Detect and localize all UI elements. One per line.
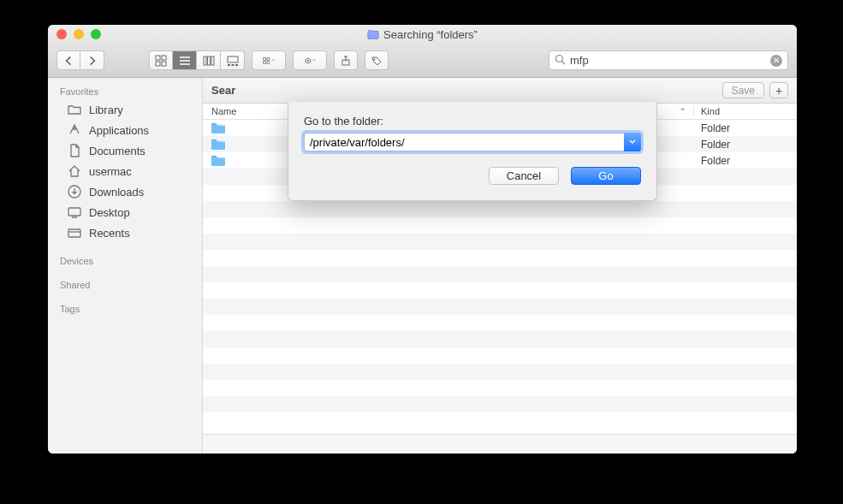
table-row xyxy=(203,201,797,217)
svg-rect-0 xyxy=(368,32,378,39)
svg-rect-14 xyxy=(231,64,234,66)
sidebar-item-downloads[interactable]: Downloads xyxy=(48,181,202,202)
svg-point-21 xyxy=(307,59,309,61)
view-list-button[interactable] xyxy=(173,50,197,70)
toolbar: ✕ xyxy=(48,44,797,78)
svg-rect-9 xyxy=(204,56,206,65)
save-search-button[interactable]: Save xyxy=(722,82,764,98)
sidebar-item-label: Downloads xyxy=(89,186,144,199)
downloads-icon xyxy=(67,184,82,199)
go-to-folder-sheet: Go to the folder: Cancel Go xyxy=(288,102,657,201)
sidebar-item-label: Library xyxy=(89,104,123,116)
svg-rect-5 xyxy=(162,62,166,66)
table-row xyxy=(203,331,797,347)
arrange-group xyxy=(252,50,286,70)
sidebar-item-label: Desktop xyxy=(89,206,130,219)
svg-rect-15 xyxy=(235,64,238,66)
finder-window: Searching “folders” xyxy=(48,25,797,454)
forward-button[interactable] xyxy=(80,50,104,70)
search-input[interactable] xyxy=(570,54,766,67)
svg-point-24 xyxy=(556,55,563,62)
svg-rect-29 xyxy=(68,229,80,237)
share-button[interactable] xyxy=(334,50,358,70)
share-group xyxy=(334,50,358,70)
svg-rect-13 xyxy=(228,64,230,66)
cancel-button[interactable]: Cancel xyxy=(489,167,559,185)
sidebar-item-documents[interactable]: Documents xyxy=(48,140,202,161)
sidebar-item-recents[interactable]: Recents xyxy=(48,222,202,243)
dropdown-button[interactable] xyxy=(624,133,641,151)
sidebar-item-label: usermac xyxy=(89,165,132,178)
table-row xyxy=(203,250,797,266)
go-button[interactable]: Go xyxy=(571,167,641,185)
action-button[interactable] xyxy=(293,50,327,70)
sidebar: Favorites Library Applications Documents… xyxy=(48,78,203,454)
sidebar-header-shared: Shared xyxy=(48,276,202,293)
path-input[interactable] xyxy=(304,133,624,151)
window-title: Searching “folders” xyxy=(48,28,797,41)
table-row xyxy=(203,266,797,282)
sidebar-item-usermac[interactable]: usermac xyxy=(48,161,202,181)
svg-rect-4 xyxy=(156,62,160,66)
sidebar-header-tags: Tags xyxy=(48,299,202,317)
tag-button[interactable] xyxy=(365,50,389,70)
sidebar-item-label: Documents xyxy=(89,145,145,157)
applications-icon xyxy=(67,122,82,138)
table-row xyxy=(203,364,797,380)
sidebar-item-desktop[interactable]: Desktop xyxy=(48,202,202,222)
path-combo xyxy=(304,133,641,151)
search-icon xyxy=(555,53,566,68)
sidebar-item-label: Recents xyxy=(89,227,130,240)
svg-rect-19 xyxy=(267,61,270,63)
traffic-lights xyxy=(48,29,101,39)
sidebar-item-library[interactable]: Library xyxy=(48,99,202,120)
sidebar-item-label: Applications xyxy=(89,124,149,137)
folder-icon xyxy=(67,102,82,117)
zoom-button[interactable] xyxy=(91,29,101,39)
sort-indicator-icon: ⌃ xyxy=(680,107,686,116)
action-group xyxy=(293,50,327,70)
svg-rect-27 xyxy=(68,208,80,216)
svg-point-23 xyxy=(374,58,376,60)
table-row xyxy=(203,299,797,315)
scope-prefix: Sear xyxy=(211,84,235,97)
svg-rect-1 xyxy=(368,30,372,33)
back-button[interactable] xyxy=(56,50,80,70)
sheet-label: Go to the folder: xyxy=(304,115,641,127)
svg-rect-12 xyxy=(228,56,238,62)
table-row xyxy=(203,347,797,364)
recents-icon xyxy=(67,225,82,240)
sheet-buttons: Cancel Go xyxy=(304,167,641,185)
chevron-down-icon xyxy=(629,138,636,146)
documents-icon xyxy=(67,143,82,158)
desktop-icon xyxy=(67,205,82,220)
search-folder-icon xyxy=(367,28,379,40)
column-kind-header[interactable]: Kind xyxy=(694,106,797,116)
svg-rect-16 xyxy=(264,57,266,60)
view-column-button[interactable] xyxy=(197,50,221,70)
folder-icon xyxy=(211,139,225,150)
table-row xyxy=(203,396,797,412)
arrange-button[interactable] xyxy=(252,50,286,70)
table-row xyxy=(203,412,797,429)
folder-icon xyxy=(211,122,225,133)
svg-rect-17 xyxy=(267,57,270,60)
window-title-text: Searching “folders” xyxy=(383,28,478,41)
nav-group xyxy=(56,50,104,70)
view-icon-button[interactable] xyxy=(149,50,173,70)
add-criteria-button[interactable]: + xyxy=(769,82,788,98)
view-group xyxy=(149,50,245,70)
home-icon xyxy=(67,163,82,179)
search-field[interactable]: ✕ xyxy=(549,50,788,70)
table-row xyxy=(203,380,797,396)
table-row xyxy=(203,234,797,250)
view-gallery-button[interactable] xyxy=(221,50,245,70)
svg-rect-11 xyxy=(211,56,214,65)
sidebar-header-devices: Devices xyxy=(48,252,202,269)
table-row xyxy=(203,282,797,299)
close-button[interactable] xyxy=(56,29,67,39)
minimize-button[interactable] xyxy=(74,29,84,39)
sidebar-item-applications[interactable]: Applications xyxy=(48,120,202,140)
table-row xyxy=(203,315,797,331)
clear-search-button[interactable]: ✕ xyxy=(770,55,782,67)
